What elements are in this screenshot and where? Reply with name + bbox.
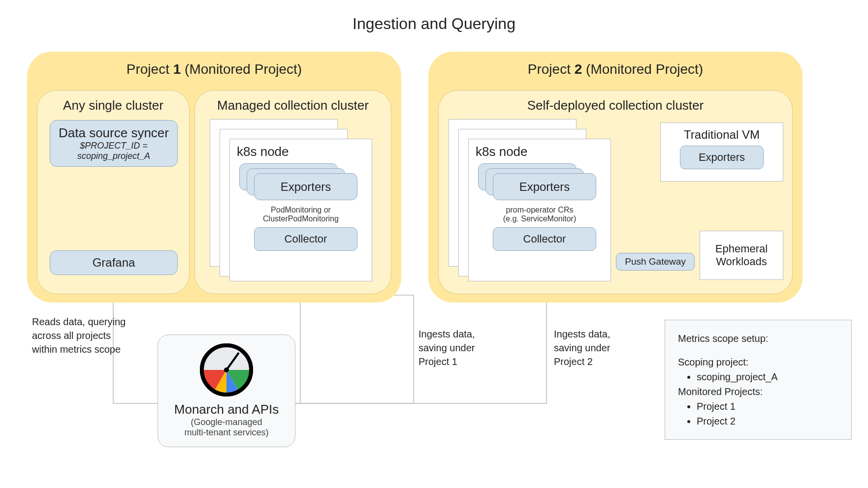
- k8s-node-label-p2: k8s node: [476, 144, 604, 159]
- reads-annotation: Reads data, querying across all projects…: [32, 315, 130, 356]
- p1-suffix: (Monitored Project): [181, 61, 302, 77]
- scoping-label: Scoping project:: [678, 355, 838, 369]
- monarch-sub1: (Google-managed: [168, 417, 285, 427]
- self-cluster-box: Self-deployed collection cluster k8s nod…: [438, 90, 793, 294]
- p1-num: 1: [173, 61, 181, 77]
- i1c: Project 1: [418, 356, 457, 367]
- monarch-title: Monarch and APIs: [168, 402, 285, 417]
- self-cluster-title: Self-deployed collection cluster: [448, 98, 783, 113]
- managed-cluster-title: Managed collection cluster: [204, 98, 382, 113]
- metrics-scope-info-box: Metrics scope setup: Scoping project: sc…: [665, 320, 852, 440]
- syncer-l2: scoping_project_A: [57, 151, 170, 161]
- grafana-label: Grafana: [93, 256, 135, 269]
- p2-suffix: (Monitored Project): [582, 61, 703, 77]
- monitored-p2: Project 2: [697, 414, 838, 428]
- crd-line2-p1: ClusterPodMonitoring: [237, 214, 365, 223]
- vm-exporters-label: Exporters: [699, 151, 745, 163]
- p2-num: 2: [575, 61, 582, 77]
- project-2-box: Project 2 (Monitored Project) Self-deplo…: [428, 52, 803, 303]
- crd-line1-p2: prom-operator CRs: [476, 206, 604, 214]
- monarch-sub2: multi-tenant services): [168, 427, 285, 438]
- syncer-l1: $PROJECT_ID =: [57, 141, 170, 151]
- collector-chip-p1: Collector: [254, 227, 357, 251]
- i2b: saving under: [554, 342, 611, 353]
- project-2-title: Project 2 (Monitored Project): [438, 61, 793, 77]
- ingest1-annotation: Ingests data, saving under Project 1: [418, 327, 475, 368]
- k8s-card-front-p2: k8s node Exporters prom-operator CRs (e.…: [468, 139, 611, 281]
- svg-point-3: [224, 367, 229, 372]
- monarch-box: Monarch and APIs (Google-managed multi-t…: [158, 335, 295, 447]
- data-source-syncer-chip: Data source syncer $PROJECT_ID = scoping…: [50, 120, 178, 167]
- push-gateway-label: Push Gateway: [625, 256, 686, 267]
- i1b: saving under: [418, 342, 475, 353]
- collector-label-p2: Collector: [523, 233, 566, 245]
- ephemeral-box: Ephemeral Workloads: [700, 231, 783, 280]
- i2a: Ingests data,: [554, 329, 611, 339]
- i2c: Project 2: [554, 356, 593, 367]
- info-title: Metrics scope setup:: [678, 331, 838, 346]
- vm-exporters-chip: Exporters: [680, 146, 764, 169]
- grafana-chip: Grafana: [50, 250, 178, 275]
- ephemeral-label: Ephemeral Workloads: [707, 243, 776, 268]
- single-cluster-box: Any single cluster Data source syncer $P…: [37, 90, 190, 294]
- project-1-box: Project 1 (Monitored Project) Any single…: [27, 52, 401, 303]
- exporters-chip-p2: Exporters: [493, 173, 596, 200]
- monitored-label: Monitored Projects:: [678, 384, 838, 399]
- syncer-title: Data source syncer: [59, 125, 169, 140]
- collector-label-p1: Collector: [285, 233, 327, 245]
- diagram-title: Ingestion and Querying: [353, 15, 515, 33]
- p1-prefix: Project: [127, 61, 173, 77]
- crd-line2-p2: (e.g. ServiceMonitor): [476, 214, 604, 223]
- push-gateway-chip: Push Gateway: [616, 253, 695, 271]
- exporters-stack-p1: Exporters: [237, 163, 365, 198]
- traditional-vm-label: Traditional VM: [668, 128, 776, 142]
- p2-prefix: Project: [528, 61, 575, 77]
- single-cluster-title: Any single cluster: [46, 98, 180, 113]
- project-1-title: Project 1 (Monitored Project): [37, 61, 391, 77]
- scoping-value: scoping_project_A: [697, 369, 838, 384]
- collector-chip-p2: Collector: [493, 227, 596, 251]
- reads-text: Reads data, querying across all projects…: [32, 316, 126, 355]
- monarch-gauge-icon: [199, 343, 254, 397]
- monitored-p1: Project 1: [697, 399, 838, 414]
- i1a: Ingests data,: [418, 329, 475, 339]
- k8s-node-label-p1: k8s node: [237, 144, 365, 159]
- crd-line1-p1: PodMonitoring or: [237, 206, 365, 214]
- exporters-stack-p2: Exporters: [476, 163, 604, 198]
- managed-cluster-box: Managed collection cluster k8s node Expo…: [194, 90, 391, 294]
- exporters-chip-p1: Exporters: [254, 173, 357, 200]
- k8s-card-front: k8s node Exporters PodMonitoring or Clus…: [229, 139, 372, 281]
- ingest2-annotation: Ingests data, saving under Project 2: [554, 327, 611, 368]
- traditional-vm-box: Traditional VM Exporters: [660, 122, 783, 182]
